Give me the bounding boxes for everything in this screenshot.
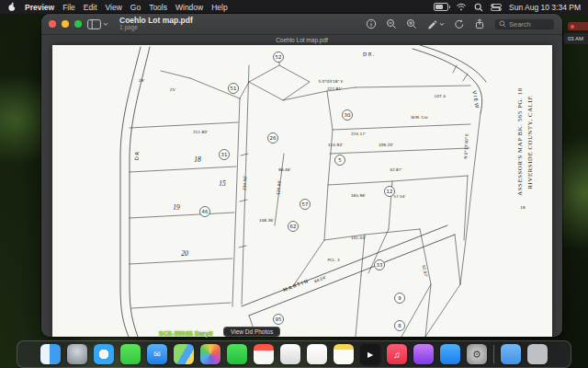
street-label-martin: MARTIN	[282, 278, 310, 293]
preview-window: Coehlo Lot map.pdf 1 page	[41, 14, 562, 337]
dim-label: 234.56'	[243, 176, 248, 190]
parcel-number: 33	[377, 262, 383, 268]
floating-page-label: Coehlo Lot map.pdf	[41, 37, 562, 43]
zoom-in-icon[interactable]	[406, 18, 417, 29]
menu-app-name[interactable]: Preview	[25, 3, 54, 12]
search-placeholder: Search	[509, 20, 531, 29]
dock-maps-icon[interactable]	[174, 344, 194, 364]
street-label-dr: DR	[134, 150, 141, 161]
dock-safari-icon[interactable]	[94, 344, 114, 364]
parcel-number: 30	[345, 112, 351, 118]
spotlight-icon[interactable]	[474, 3, 483, 12]
dim-label: 109.20'	[379, 143, 393, 147]
dock-photos-icon[interactable]	[200, 344, 220, 364]
street-label-dr-top: DR.	[363, 52, 376, 57]
dim-label: 42.87'	[390, 167, 401, 172]
parcel-number: 52	[276, 54, 282, 60]
menu-go[interactable]: Go	[130, 3, 141, 12]
info-icon[interactable]	[366, 18, 377, 29]
dim-label: 86.46'	[278, 167, 290, 172]
dock-launchpad-icon[interactable]	[67, 344, 87, 364]
sce-overlay-label: SCE-5503S Daryll	[159, 330, 212, 337]
parcel-number: 5	[338, 157, 341, 163]
menu-clock[interactable]: Sun Aug 10 3:34 PM	[509, 3, 581, 12]
dim-label: 64.04'	[313, 275, 326, 284]
wifi-icon[interactable]	[456, 3, 467, 11]
dim-label: N 0°13'40" E	[463, 133, 469, 159]
parcel-circle-33: 33	[375, 260, 385, 270]
dock-contacts-icon[interactable]	[280, 344, 300, 364]
menu-file[interactable]: File	[62, 3, 75, 12]
dim-label: 211.80'	[193, 130, 208, 134]
dim-label: 227.81'	[327, 86, 342, 91]
dock-app-store-icon[interactable]	[440, 344, 460, 364]
view-photos-tooltip: View Dd Photos	[223, 327, 280, 337]
notification-edge-time[interactable]: 03 AM	[564, 33, 588, 44]
share-icon[interactable]	[474, 18, 485, 29]
dim-label: 165.96'	[351, 193, 366, 198]
parcel-circle-51: 51	[229, 84, 239, 94]
zoom-button[interactable]	[74, 20, 82, 28]
dock-trash-icon[interactable]	[527, 344, 548, 364]
lot-a-label: LOT A	[435, 94, 446, 98]
parcel-number: 46	[202, 209, 209, 214]
close-button[interactable]	[49, 20, 56, 28]
parcel-number: 57	[302, 201, 309, 207]
rotate-icon[interactable]	[454, 18, 465, 29]
sheet-number: 18	[520, 205, 526, 210]
parcel-circle-26: 26	[268, 133, 278, 144]
desktop: Preview File Edit View Go Tools Window H…	[0, 0, 588, 368]
dock-podcasts-icon[interactable]	[413, 344, 434, 364]
parcel-circle-52: 52	[274, 52, 284, 63]
pdf-page: 52 51 30 26 31 5 12 57 46 62 33 9 95 8 1…	[52, 45, 552, 337]
minimize-button[interactable]	[62, 20, 69, 28]
window-controls	[49, 20, 82, 28]
dock-mail-icon[interactable]: ✉	[147, 344, 167, 364]
plat-map-svg: 52 51 30 26 31 5 12 57 46 62 33 9 95 8 1…	[52, 45, 552, 337]
dock-notes-icon[interactable]	[334, 344, 354, 364]
menu-tools[interactable]: Tools	[149, 3, 167, 12]
parcel-number: 8	[398, 323, 401, 328]
dock-settings-icon[interactable]: ⚙	[467, 344, 487, 364]
parcel-circle-9: 9	[395, 293, 405, 304]
title-bar[interactable]: Coehlo Lot map.pdf 1 page	[41, 14, 562, 35]
dock-finder-icon[interactable]	[40, 344, 61, 364]
dock-folder-icon[interactable]	[501, 344, 521, 364]
dock-tv-icon[interactable]: ▶	[360, 344, 380, 364]
dock-music-icon[interactable]: ♫	[387, 344, 407, 364]
watermark-label: © IDYRES	[507, 332, 533, 338]
dim-label: 141.03'	[351, 236, 366, 240]
menu-window[interactable]: Window	[175, 3, 203, 12]
parcel-circle-95: 95	[274, 315, 284, 325]
sidebar-toggle-icon[interactable]	[87, 19, 108, 29]
battery-icon[interactable]	[434, 3, 448, 11]
dock-reminders-icon[interactable]	[307, 344, 327, 364]
dock-facetime-icon[interactable]	[227, 344, 247, 364]
zoom-out-icon[interactable]	[386, 18, 397, 29]
menu-edit[interactable]: Edit	[84, 3, 97, 12]
search-field[interactable]: Search	[494, 18, 555, 30]
dock-calendar-icon[interactable]	[254, 344, 274, 364]
parcel-number: 26	[270, 135, 277, 141]
markup-pen-icon[interactable]	[426, 18, 445, 29]
dim-label: 148.36'	[259, 218, 274, 223]
dock-separator	[493, 345, 494, 363]
notification-edge-red[interactable]	[568, 22, 588, 30]
toolbar: Search	[366, 18, 555, 30]
parcel-number: 51	[231, 86, 237, 91]
dock-messages-icon[interactable]	[120, 344, 141, 364]
lot-number-19: 19	[173, 203, 180, 212]
dim-label: 129.96'	[276, 180, 281, 196]
parcel-number: 9	[398, 295, 401, 301]
apple-menu-icon[interactable]	[7, 2, 17, 12]
parcel-number: 62	[290, 224, 297, 229]
menu-help[interactable]: Help	[211, 3, 227, 12]
parcel-number: 95	[276, 316, 282, 322]
menu-view[interactable]: View	[106, 3, 122, 12]
parcel-circle-62: 62	[288, 222, 299, 232]
assessor-line-1: ASSESSOR'S MAP BK. 565 PG. 18	[516, 87, 523, 195]
parcel-circle-8: 8	[395, 321, 405, 331]
control-center-icon[interactable]	[491, 4, 502, 11]
parcel-circle-57: 57	[300, 200, 311, 210]
menu-bar: Preview File Edit View Go Tools Window H…	[0, 0, 588, 14]
